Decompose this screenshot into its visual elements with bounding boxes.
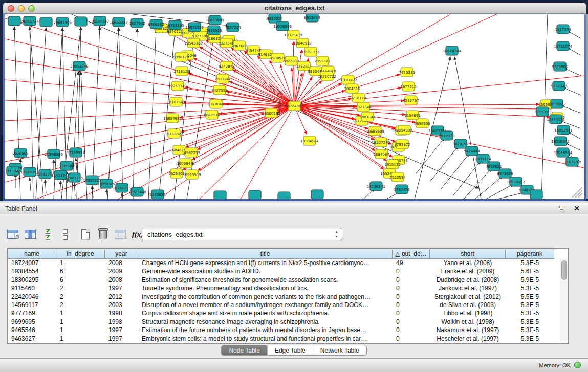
graph-node-yellow[interactable]: 7955812 [314, 56, 330, 65]
graph-node-yellow[interactable]: 1321644 [355, 102, 372, 112]
column-header-in_degree[interactable]: in_degree [56, 249, 105, 259]
table-mode-button[interactable]: ⚙ [5, 227, 20, 242]
column-header-pagerank[interactable]: pagerank [506, 249, 554, 259]
table-row[interactable]: 911546021997Tourette syndrome. Phenomeno… [8, 284, 560, 292]
graph-node-teal[interactable] [214, 191, 226, 199]
graph-node-teal[interactable]: 2520505 [12, 148, 28, 158]
graph-node-teal[interactable] [249, 190, 261, 199]
graph-node-yellow[interactable]: 16913519 [183, 170, 201, 179]
graph-node-teal[interactable]: 1167533 [564, 157, 580, 166]
graph-node-teal[interactable] [311, 190, 323, 199]
table-row[interactable]: 969969511998Structural magnetic resonanc… [8, 318, 560, 326]
graph-node-teal[interactable] [278, 192, 290, 199]
float-panel-icon[interactable] [558, 206, 564, 212]
scrollbar-thumb[interactable] [561, 260, 567, 280]
graph-node-yellow[interactable]: 1854907 [396, 125, 412, 135]
graph-node-yellow[interactable]: 9699695 [414, 119, 430, 128]
graph-node-teal[interactable]: 9227343 [551, 81, 567, 91]
graph-node-teal[interactable]: 1733426 [394, 185, 410, 194]
graph-node-teal[interactable]: 16648784 [443, 46, 461, 55]
graph-node-yellow[interactable]: 8427552 [211, 85, 227, 95]
graph-node-yellow[interactable]: 2803144 [214, 74, 231, 83]
memory-ok-icon[interactable] [574, 362, 581, 368]
table-row[interactable]: 946554611997Estimation of the future num… [8, 326, 560, 334]
graph-node-teal[interactable]: 8938923 [439, 131, 454, 140]
graph-node-yellow[interactable]: 18640910 [293, 38, 312, 48]
graph-node-yellow[interactable]: 1801644 [359, 112, 376, 121]
column-header-short[interactable]: short [430, 249, 506, 259]
graph-node-yellow[interactable]: 9154691 [404, 111, 420, 120]
graph-node-yellow[interactable]: 12213349 [168, 81, 187, 91]
table-row[interactable]: 2242004622012Investigating the contribut… [8, 293, 560, 301]
table-row[interactable]: 1872400712008Changes of HCN gene express… [8, 259, 560, 267]
graph-node-yellow[interactable]: 9890123 [173, 52, 189, 61]
vertical-scrollbar[interactable] [560, 259, 568, 343]
select-all-columns-button[interactable] [40, 227, 55, 242]
graph-node-yellow[interactable]: 9242848 [219, 61, 234, 71]
graph-node-yellow[interactable]: 10107427 [339, 75, 357, 84]
graph-node-yellow[interactable]: 7522534 [389, 172, 406, 182]
table-row[interactable]: 1938455462009Genome-wide association stu… [8, 267, 560, 275]
tab-node-table[interactable]: Node Table [222, 345, 267, 355]
delete-column-button[interactable] [95, 227, 111, 242]
column-header-year[interactable]: year [105, 249, 138, 259]
graph-node-teal[interactable]: 8613054 [304, 14, 320, 22]
graph-node-teal[interactable]: 7515526 [206, 26, 222, 35]
graph-node-yellow[interactable]: 1864616 [344, 84, 360, 93]
graph-node-teal[interactable]: 10654112 [507, 177, 525, 186]
window-titlebar[interactable]: citations_edges.txt [3, 3, 586, 14]
table-row[interactable]: 946362711997Embryonic stem cells: a mode… [8, 335, 560, 343]
graph-node-yellow[interactable]: 8867110 [204, 110, 220, 119]
splitter-handle-icon[interactable]: ⌃ [290, 198, 294, 203]
graph-node-teal[interactable] [8, 16, 20, 26]
graph-node-teal[interactable] [75, 17, 87, 26]
graph-node-teal[interactable]: 9245052 [149, 190, 165, 199]
graph-node-yellow[interactable]: 9170041 [208, 99, 224, 108]
graph-node-yellow[interactable]: 18325419 [284, 30, 302, 39]
graph-node-yellow[interactable]: 7625402 [168, 169, 184, 178]
graph-node-teal[interactable]: 9329966 [552, 62, 568, 71]
graph-node-teal[interactable]: 8215358 [534, 107, 550, 116]
graph-node-teal[interactable] [530, 190, 542, 199]
create-column-button[interactable] [78, 227, 93, 242]
graph-node-teal[interactable]: 17359924 [67, 148, 85, 157]
table-row[interactable]: 977716911998Corpus callosum shape and si… [8, 309, 560, 317]
tab-network-table[interactable]: Network Table [313, 345, 366, 355]
graph-node-teal[interactable]: 14136141 [367, 182, 385, 191]
graph-node-yellow[interactable]: 8793672 [394, 140, 410, 149]
table-selector-dropdown[interactable]: citations_edges.txt ▲▼ [142, 228, 342, 240]
graph-node-teal[interactable]: 18637710 [91, 16, 109, 26]
graph-node-yellow[interactable]: 16961758 [301, 47, 320, 56]
graph-node-yellow[interactable]: 2684067 [373, 149, 389, 159]
graph-node-teal[interactable]: 6466162 [148, 19, 164, 29]
graph-node-teal[interactable]: 15892971 [554, 125, 573, 135]
graph-node-yellow[interactable]: 18107543 [167, 97, 185, 106]
close-panel-icon[interactable]: ✕ [574, 204, 580, 212]
table-row[interactable]: 1456911722003Disruption of a novel membe… [8, 301, 560, 309]
graph-node-teal[interactable]: 20053346 [70, 61, 89, 71]
graph-node-teal[interactable]: 16210643 [551, 137, 570, 146]
graph-node-teal[interactable]: 7857224 [225, 23, 241, 32]
table-row[interactable]: 1830029562008Estimation of significance … [8, 276, 560, 284]
graph-node-teal[interactable]: 24055724 [20, 16, 39, 26]
graph-node-yellow[interactable]: 1877515 [400, 82, 416, 91]
graph-node-teal[interactable]: 10653257 [110, 17, 128, 27]
graph-node-teal[interactable]: 1117304 [555, 25, 571, 34]
graph-node-teal[interactable]: 3915945 [5, 166, 21, 176]
tab-edge-table[interactable]: Edge Table [267, 345, 313, 355]
graph-node-yellow[interactable]: 7262757 [403, 96, 419, 105]
graph-node-yellow[interactable]: 2718126 [173, 67, 190, 76]
graph-node-yellow[interactable]: 7450335 [399, 68, 415, 77]
column-header-title[interactable]: title [138, 249, 393, 259]
network-canvas[interactable]: 7563822886012399129548226058932750810543… [5, 14, 584, 199]
graph-node-teal[interactable]: 1527602 [129, 18, 145, 28]
column-header-name[interactable]: name [8, 249, 56, 259]
graph-node-teal[interactable]: 9397588 [58, 161, 74, 170]
graph-node-teal[interactable]: 8471676 [497, 169, 513, 178]
graph-node-yellow[interactable]: 19384554 [300, 136, 319, 145]
show-columns-button[interactable] [23, 227, 38, 242]
graph-node-teal[interactable] [40, 17, 52, 27]
graph-node-yellow[interactable]: 1615132 [384, 160, 400, 169]
graph-node-teal[interactable]: 19218596 [273, 21, 292, 31]
graph-node-yellow[interactable]: 10688609 [366, 126, 384, 136]
